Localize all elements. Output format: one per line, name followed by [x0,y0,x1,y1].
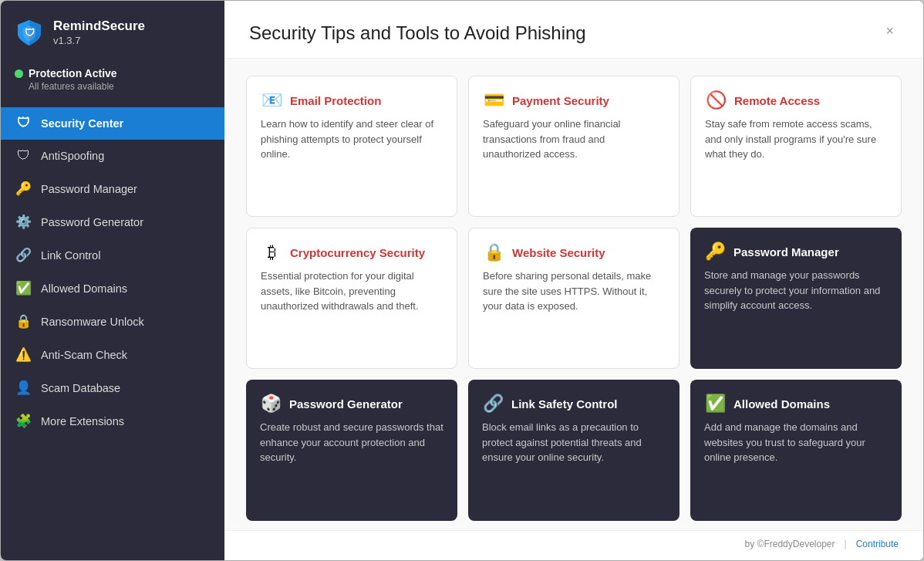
card-link-safety-control[interactable]: 🔗Link Safety ControlBlock email links as… [468,380,680,521]
sidebar-item-ransomware-unlock[interactable]: 🔒Ransomware Unlock [1,305,224,338]
nav-icon-security-center: 🛡 [15,116,32,131]
card-icon-payment-security: 💳 [483,90,504,110]
sidebar-item-password-manager[interactable]: 🔑Password Manager [1,172,224,205]
card-title-password-generator-card: Password Generator [289,397,403,411]
card-desc-remote-access: Stay safe from remote access scams, and … [705,117,887,162]
sidebar-item-link-control[interactable]: 🔗Link Control [1,238,224,272]
app-logo: 🛡 [15,18,44,47]
card-icon-website-security: 🔒 [483,242,504,262]
main-header: Security Tips and Tools to Avoid Phishin… [224,1,923,59]
card-header-email-protection: 📧Email Protection [261,90,443,110]
nav-icon-password-manager: 🔑 [15,181,32,197]
card-icon-cryptocurrency-security: ₿ [261,242,282,262]
nav-label-more-extensions: More Extensions [41,415,124,428]
card-desc-website-security: Before sharing personal details, make su… [483,269,665,314]
sidebar-item-allowed-domains[interactable]: ✅Allowed Domains [1,272,224,305]
nav-icon-ransomware-unlock: 🔒 [15,313,32,330]
sidebar-item-scam-database[interactable]: 👤Scam Database [1,371,224,404]
sidebar: 🛡 RemindSecure v1.3.7 Protection Active … [1,1,224,560]
card-icon-password-generator-card: 🎲 [260,394,282,414]
nav-label-password-generator: Password Generator [41,216,143,228]
status-dot [15,69,23,78]
card-title-email-protection: Email Protection [290,94,381,107]
close-button[interactable]: × [881,22,899,39]
card-remote-access[interactable]: 🚫Remote AccessStay safe from remote acce… [690,76,902,217]
nav-label-allowed-domains: Allowed Domains [41,282,127,295]
card-title-allowed-domains-card: Allowed Domains [733,397,830,411]
card-header-allowed-domains-card: ✅Allowed Domains [704,394,888,414]
nav-icon-allowed-domains: ✅ [15,280,32,296]
card-payment-security[interactable]: 💳Payment SecuritySafeguard your online f… [468,76,680,217]
card-password-generator-card[interactable]: 🎲Password GeneratorCreate robust and sec… [246,380,457,521]
card-icon-allowed-domains-card: ✅ [704,394,726,414]
protection-status: Protection Active All features available [1,61,224,104]
card-header-link-safety-control: 🔗Link Safety Control [482,394,666,414]
sidebar-item-password-generator[interactable]: ⚙️Password Generator [1,205,224,238]
main-content: Security Tips and Tools to Avoid Phishin… [224,1,923,560]
card-title-link-safety-control: Link Safety Control [511,397,618,411]
nav-label-ransomware-unlock: Ransomware Unlock [41,316,144,328]
page-title: Security Tips and Tools to Avoid Phishin… [249,22,586,44]
card-header-website-security: 🔒Website Security [483,242,665,262]
sidebar-item-more-extensions[interactable]: 🧩More Extensions [1,404,224,438]
protection-active-label: Protection Active [29,67,117,79]
nav-label-scam-database: Scam Database [41,382,120,394]
nav-label-password-manager: Password Manager [41,183,137,195]
nav-icon-anti-scam-check: ⚠️ [15,346,32,363]
main-footer: by ©FreddyDeveloper | Contribute [224,530,923,560]
app-version: v1.3.7 [53,35,145,46]
protection-sub-label: All features available [15,81,211,92]
card-cryptocurrency-security[interactable]: ₿Cryptocurrency SecurityEssential protec… [246,228,457,369]
card-password-manager-card[interactable]: 🔑Password ManagerStore and manage your p… [690,228,902,369]
card-icon-password-manager-card: 🔑 [704,242,726,262]
card-desc-allowed-domains-card: Add and manage the domains and websites … [704,420,888,465]
contribute-link[interactable]: Contribute [856,539,899,549]
card-header-cryptocurrency-security: ₿Cryptocurrency Security [261,242,443,262]
sidebar-item-security-center[interactable]: 🛡Security Center [1,107,224,140]
sidebar-title: RemindSecure v1.3.7 [53,19,145,46]
card-desc-link-safety-control: Block email links as a precaution to pro… [482,420,666,465]
card-title-website-security: Website Security [512,246,605,259]
sidebar-item-anti-spoofing[interactable]: 🛡AntiSpoofing [1,140,224,172]
svg-text:🛡: 🛡 [25,27,35,39]
app-window: 🛡 RemindSecure v1.3.7 Protection Active … [0,0,924,561]
nav-icon-more-extensions: 🧩 [15,413,32,429]
nav-label-link-control: Link Control [41,249,100,262]
card-desc-email-protection: Learn how to identify and steer clear of… [261,117,443,162]
card-desc-payment-security: Safeguard your online financial transact… [483,117,665,162]
card-header-remote-access: 🚫Remote Access [705,90,887,110]
card-icon-remote-access: 🚫 [705,90,727,110]
nav-label-anti-scam-check: Anti-Scam Check [41,349,127,361]
sidebar-header: 🛡 RemindSecure v1.3.7 [1,1,224,61]
card-header-password-generator-card: 🎲Password Generator [260,394,443,414]
card-title-password-manager-card: Password Manager [733,245,839,259]
sidebar-item-anti-scam-check[interactable]: ⚠️Anti-Scam Check [1,338,224,371]
card-title-payment-security: Payment Security [512,94,609,107]
card-title-cryptocurrency-security: Cryptocurrency Security [290,246,425,259]
card-desc-password-generator-card: Create robust and secure passwords that … [260,420,443,465]
card-title-remote-access: Remote Access [734,94,820,107]
nav-icon-scam-database: 👤 [15,380,32,396]
nav-icon-password-generator: ⚙️ [15,214,32,230]
app-name: RemindSecure [53,19,145,34]
card-header-password-manager-card: 🔑Password Manager [704,242,888,262]
card-email-protection[interactable]: 📧Email ProtectionLearn how to identify a… [246,76,457,217]
card-header-payment-security: 💳Payment Security [483,90,665,110]
nav-icon-anti-spoofing: 🛡 [15,148,32,164]
card-website-security[interactable]: 🔒Website SecurityBefore sharing personal… [468,228,680,369]
card-icon-link-safety-control: 🔗 [482,394,504,414]
nav-label-security-center: Security Center [41,117,123,130]
card-allowed-domains-card[interactable]: ✅Allowed DomainsAdd and manage the domai… [690,380,902,521]
protection-active-row: Protection Active [15,67,211,79]
card-icon-email-protection: 📧 [261,90,282,110]
card-desc-cryptocurrency-security: Essential protection for your digital as… [261,269,443,314]
footer-brand: by ©FreddyDeveloper [745,539,835,549]
footer-sep: | [845,539,847,549]
nav-label-anti-spoofing: AntiSpoofing [41,150,104,162]
card-desc-password-manager-card: Store and manage your passwords securely… [704,268,888,313]
sidebar-nav: 🛡Security Center🛡AntiSpoofing🔑Password M… [1,104,224,551]
cards-grid: 📧Email ProtectionLearn how to identify a… [224,59,923,530]
nav-icon-link-control: 🔗 [15,247,32,263]
